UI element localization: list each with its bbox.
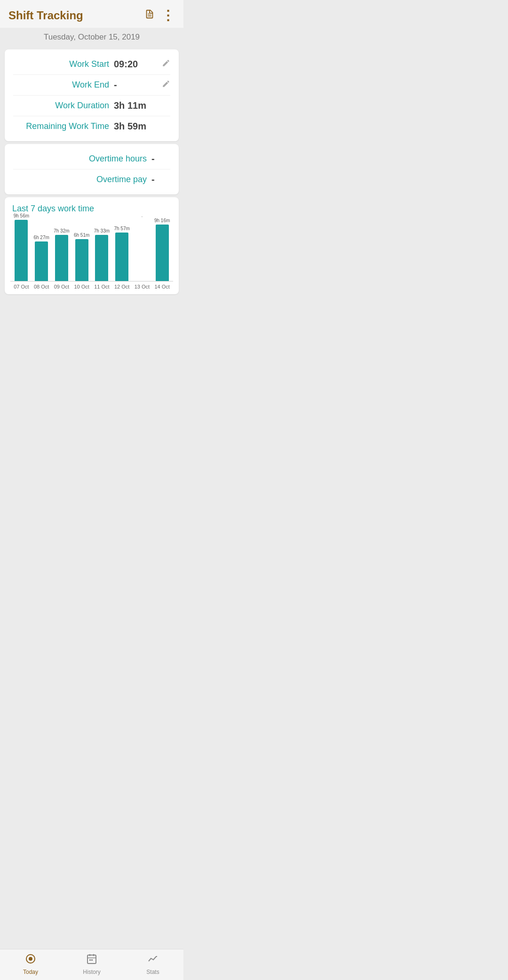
app-title: Shift Tracking [8,9,83,22]
bar-rect [95,235,108,281]
work-start-row: Work Start 09:20 [13,54,170,75]
remaining-work-time-row: Remaining Work Time 3h 59m [13,116,170,137]
bar-rect [115,233,128,281]
overtime-hours-label: Overtime hours [13,154,147,164]
document-icon[interactable] [144,9,155,22]
overtime-hours-value: - [151,153,170,164]
overtime-card: Overtime hours - Overtime pay - [5,144,179,194]
bar-rect [75,239,88,281]
chart-card: Last 7 days work time 9h 56m6h 27m7h 32m… [5,197,179,294]
work-end-value: - [114,80,156,90]
work-end-edit-icon[interactable] [162,80,170,90]
current-date: Tuesday, October 15, 2019 [0,28,183,47]
work-duration-label: Work Duration [13,101,109,111]
bar-group-11-Oct: 7h 33m [92,228,112,281]
x-label-07-Oct: 07 Oct [11,284,32,289]
bar-rect [156,225,169,281]
overtime-pay-label: Overtime pay [13,175,147,185]
bar-group-10-Oct: 6h 51m [71,233,92,281]
bar-group-13-Oct: - [132,214,152,281]
bar-group-12-Oct: 7h 57m [112,226,132,281]
bar-group-14-Oct: 9h 16m [152,218,172,281]
x-label-10-Oct: 10 Oct [71,284,92,289]
x-label-14-Oct: 14 Oct [152,284,172,289]
bar-top-label: 9h 56m [14,213,29,218]
app-header: Shift Tracking ⋮ [0,0,183,28]
bar-group-09-Oct: 7h 32m [52,228,72,281]
x-label-08-Oct: 08 Oct [32,284,52,289]
bars-container: 9h 56m6h 27m7h 32m6h 51m7h 33m7h 57m-9h … [10,220,173,281]
bar-top-label: 6h 51m [74,233,89,238]
x-label-11-Oct: 11 Oct [92,284,112,289]
chart-area: 9h 56m6h 27m7h 32m6h 51m7h 33m7h 57m-9h … [10,220,173,289]
work-start-edit-icon[interactable] [162,59,170,70]
x-label-09-Oct: 09 Oct [52,284,72,289]
work-duration-row: Work Duration 3h 11m [13,96,170,116]
bar-rect [15,220,28,281]
overtime-hours-row: Overtime hours - [13,149,170,169]
bar-top-label: 7h 57m [114,226,129,231]
work-end-label: Work End [13,80,109,90]
work-duration-value: 3h 11m [114,100,156,111]
work-start-label: Work Start [13,59,109,69]
work-end-row: Work End - [13,75,170,96]
work-start-value: 09:20 [114,59,156,70]
remaining-work-time-value: 3h 59m [114,121,156,132]
bar-empty-label: - [141,214,143,219]
work-card: Work Start 09:20 Work End - Work Duratio… [5,49,179,141]
bar-rect [35,241,48,281]
x-label-12-Oct: 12 Oct [112,284,132,289]
bar-top-label: 7h 33m [94,228,110,233]
bar-rect [55,235,68,281]
bar-top-label: 6h 27m [33,235,49,240]
x-labels: 07 Oct08 Oct09 Oct10 Oct11 Oct12 Oct13 O… [10,284,173,289]
header-icons: ⋮ [144,8,175,23]
remaining-work-time-label: Remaining Work Time [13,121,109,131]
chart-title: Last 7 days work time [10,204,173,214]
more-options-icon[interactable]: ⋮ [161,8,175,23]
bar-group-07-Oct: 9h 56m [11,213,32,281]
overtime-pay-value: - [151,174,170,185]
bar-top-label: 7h 32m [54,228,69,233]
overtime-pay-row: Overtime pay - [13,169,170,190]
bar-group-08-Oct: 6h 27m [32,235,52,281]
x-label-13-Oct: 13 Oct [132,284,152,289]
bar-top-label: 9h 16m [154,218,170,223]
